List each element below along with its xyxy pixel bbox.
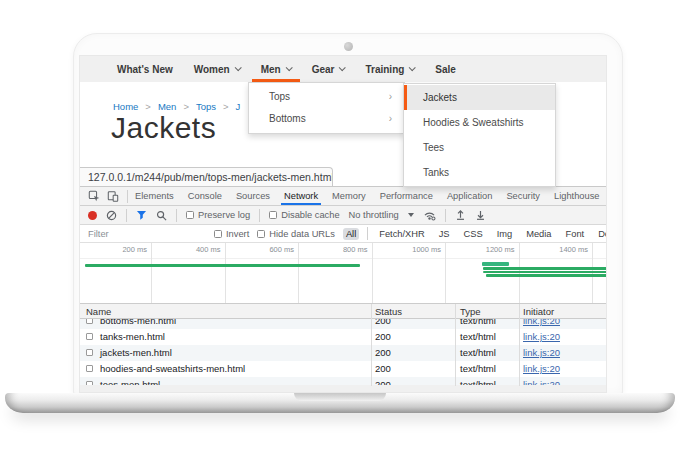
breadcrumb-link[interactable]: J — [236, 101, 241, 112]
devtools-panel: ElementsConsoleSourcesNetworkMemoryPerfo… — [80, 186, 606, 392]
tick-band — [80, 258, 606, 259]
checkbox[interactable] — [269, 211, 277, 219]
filter-funnel-icon[interactable] — [136, 210, 147, 220]
timeline-gridline — [519, 243, 520, 303]
timeline-tick-label: 400 ms — [177, 245, 221, 254]
devtools-tab[interactable]: Application — [440, 187, 499, 205]
initiator-link[interactable]: link.js:20 — [523, 345, 560, 361]
menu-item-label: Bottoms — [269, 108, 306, 130]
submenu-item-label: Hoodies & Sweatshirts — [423, 117, 524, 128]
invert-checkbox[interactable]: Invert — [214, 229, 249, 239]
devtools-tab[interactable]: Network — [277, 187, 325, 205]
initiator-link[interactable]: link.js:20 — [523, 319, 560, 329]
network-conditions-icon[interactable] — [423, 210, 436, 221]
checkbox[interactable] — [186, 211, 194, 219]
table-row[interactable]: hoodies-and-sweatshirts-men.html 200 tex… — [80, 361, 606, 377]
timeline-gridline — [225, 243, 226, 303]
devtools-tab[interactable]: Security — [499, 187, 547, 205]
request-name: hoodies-and-sweatshirts-men.html — [100, 361, 245, 377]
preserve-log-checkbox[interactable]: Preserve log — [186, 210, 250, 220]
column-divider[interactable] — [519, 304, 520, 386]
devtools-tab[interactable]: Lighthouse — [547, 187, 606, 205]
devtools-tab[interactable]: Performance — [373, 187, 440, 205]
checkbox[interactable] — [214, 230, 222, 238]
column-header-name[interactable]: Name — [86, 304, 111, 319]
chevron-down-icon — [234, 64, 241, 71]
filter-chip[interactable]: Fetch/XHR — [376, 228, 427, 240]
filter-chip[interactable]: JS — [436, 228, 453, 240]
laptop-notch — [294, 393, 386, 401]
export-har-icon[interactable] — [475, 209, 486, 221]
submenu-item[interactable]: Tanks — [404, 160, 555, 185]
submenu-item[interactable]: Jackets — [404, 85, 555, 110]
request-type: text/html — [460, 319, 496, 329]
submenu-item[interactable]: Hoodies & Sweatshirts — [404, 110, 555, 135]
submenu-item-label: Tanks — [423, 167, 449, 178]
row-checkbox[interactable] — [86, 333, 93, 340]
table-row[interactable]: bottoms-men.html 200 text/html link.js:2… — [80, 319, 606, 329]
chevron-down-icon — [339, 64, 346, 71]
import-har-icon[interactable] — [455, 209, 466, 221]
devtools-tab[interactable]: Memory — [325, 187, 373, 205]
filter-chip[interactable]: All — [343, 228, 359, 240]
record-button[interactable] — [88, 211, 97, 220]
devtools-tab[interactable]: Console — [181, 187, 229, 205]
divider — [176, 209, 177, 222]
laptop-base — [5, 393, 675, 413]
nav-item[interactable]: Training — [365, 56, 414, 82]
row-checkbox[interactable] — [86, 349, 93, 356]
chevron-down-icon — [409, 64, 416, 71]
row-checkbox[interactable] — [86, 365, 93, 372]
initiator-link[interactable]: link.js:20 — [523, 329, 560, 345]
timeline-gridline — [151, 243, 152, 303]
nav-item[interactable]: Gear — [312, 56, 345, 82]
chevron-down-icon — [285, 64, 292, 71]
submenu-item[interactable]: Tees — [404, 135, 555, 160]
submenu-arrow-icon: › — [389, 86, 392, 108]
waterfall-bar — [85, 264, 361, 267]
devtools-tab[interactable]: Sources — [229, 187, 277, 205]
submenu-item-label: Tees — [423, 142, 444, 153]
column-header-type[interactable]: Type — [460, 304, 481, 319]
network-overview-waterfall[interactable]: 200 ms400 ms600 ms800 ms1000 ms1200 ms14… — [80, 243, 606, 304]
menu-item[interactable]: Tops › — [249, 86, 404, 108]
nav-item[interactable]: Sale — [435, 56, 456, 82]
column-header-status[interactable]: Status — [375, 304, 402, 319]
inspect-element-icon[interactable] — [88, 190, 100, 202]
table-row[interactable]: jackets-men.html 200 text/html link.js:2… — [80, 345, 606, 361]
request-name: jackets-men.html — [100, 345, 172, 361]
nav-item-label: Women — [194, 64, 230, 75]
devtools-tab[interactable]: Elements — [128, 187, 181, 205]
filter-chip[interactable]: Media — [523, 228, 554, 240]
nav-item[interactable]: What's New — [117, 56, 173, 82]
checkbox[interactable] — [257, 230, 265, 238]
disable-cache-checkbox[interactable]: Disable cache — [269, 210, 339, 220]
request-name: tanks-men.html — [100, 329, 165, 345]
hide-data-urls-checkbox[interactable]: Hide data URLs — [257, 229, 335, 239]
devtools-icons — [80, 190, 127, 202]
column-divider[interactable] — [455, 304, 456, 386]
divider — [259, 209, 260, 222]
table-header[interactable]: Name Status Type Initiator — [80, 304, 606, 319]
filter-chip[interactable]: CSS — [461, 228, 486, 240]
clear-icon[interactable] — [106, 210, 117, 221]
nav-item[interactable]: Women — [194, 56, 240, 82]
filter-chip[interactable]: Doc — [595, 228, 606, 240]
chevron-down-icon[interactable] — [408, 213, 414, 217]
filter-chip[interactable]: Img — [494, 228, 516, 240]
device-toolbar-icon[interactable] — [107, 190, 119, 202]
column-divider[interactable] — [371, 304, 372, 386]
browser-screen: What's New Women Men Gear Training Sale … — [80, 56, 606, 392]
filter-input[interactable] — [88, 229, 206, 239]
nav-item[interactable]: Men — [261, 56, 291, 82]
search-icon[interactable] — [156, 210, 167, 221]
column-header-initiator[interactable]: Initiator — [523, 304, 554, 319]
timeline-tick-label: 800 ms — [324, 245, 368, 254]
request-status: 200 — [375, 329, 391, 345]
table-row[interactable]: tanks-men.html 200 text/html link.js:20 — [80, 329, 606, 345]
initiator-link[interactable]: link.js:20 — [523, 361, 560, 377]
throttling-select[interactable]: No throttling — [349, 210, 399, 220]
row-checkbox[interactable] — [86, 319, 93, 324]
menu-item[interactable]: Bottoms › — [249, 108, 404, 130]
filter-chip[interactable]: Font — [563, 228, 588, 240]
